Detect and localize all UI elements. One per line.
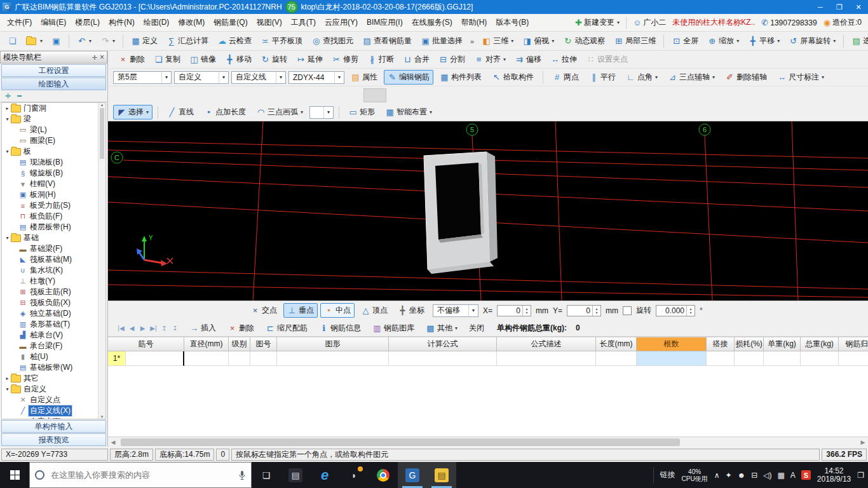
insert-row-button[interactable]: →插入 [186,321,220,336]
app-glodon[interactable]: G [398,462,427,488]
screen-rotate-button[interactable]: ↺屏幕旋转▾ [785,34,839,48]
first-row-button[interactable]: |◀ [116,325,126,332]
close-button[interactable]: ✕ [849,0,868,14]
arc-tool-button[interactable]: ◠三点画弧▾ [252,105,307,119]
delete-button[interactable]: ×删除 [114,52,149,67]
split-button[interactable]: ⊟分割 [435,52,469,67]
zoom-arrow[interactable]: ▾ [736,38,739,44]
minimize-button[interactable]: ─ [811,0,830,14]
define-button[interactable]: ▦定义 [127,34,161,48]
expander-icon[interactable]: ▾ [4,116,11,122]
action-center-icon[interactable]: ❐ [857,471,864,480]
task-view[interactable]: ❏ [252,462,281,488]
dimension-button[interactable]: ↔尺寸标注▾ [773,70,828,85]
dimension-arrow[interactable]: ▾ [822,74,824,80]
arc-mode-combo[interactable]: ▾ [309,106,334,119]
save-file-button[interactable]: ▣ [48,34,65,48]
rect-tool-button[interactable]: ▭矩形 [344,105,379,119]
pan-button[interactable]: ╋平移▾ [744,34,783,48]
menu-item[interactable]: 工具(T) [287,14,320,31]
screen-rotate-arrow[interactable]: ▾ [833,38,836,44]
delete-aux-axis-button[interactable]: ✐删除辅轴 [721,70,771,85]
tree-scrollbar[interactable]: ▲ ▼ [98,103,105,419]
category-combo[interactable]: 自定义▾ [174,71,229,84]
vertex-snap-button[interactable]: △顶点 [357,303,391,318]
pan-arrow[interactable]: ▾ [777,38,780,44]
component-combo-arrow[interactable]: ▾ [334,72,344,83]
x-offset-arrows[interactable]: ▲▼ [522,306,531,316]
tree-item[interactable]: ▬基础梁(F) [2,243,105,254]
set-grips-button[interactable]: ∷设置夹点 [582,52,632,67]
tree-item[interactable]: ▸门窗洞 [2,103,105,114]
phone-contact[interactable]: ✆ 13907298339 [761,18,817,27]
tree-item[interactable]: ▣板洞(H) [2,189,105,200]
app-qq[interactable]: ◗ [339,462,369,488]
tree-item[interactable]: ◣筏板基础(M) [2,254,105,265]
maximize-button[interactable]: ❐ [830,0,849,14]
menu-item[interactable]: 编辑(E) [36,14,71,31]
tree-item[interactable]: ▱自定义面 [2,416,105,419]
spin-down-icon[interactable]: ▼ [689,311,693,315]
floor-combo-arrow[interactable]: ▾ [161,72,171,83]
copy-button[interactable]: ❏复制 [150,52,184,67]
menu-item[interactable]: 构件(N) [104,14,139,31]
menu-item[interactable]: 楼层(L) [71,14,104,31]
collapse-all-icon[interactable]: ━ [17,92,22,100]
redo-button[interactable]: ↷▾ [97,34,119,48]
y-offset-spinner[interactable]: 0 ▲▼ [567,305,601,316]
menu-item[interactable]: 修改(M) [173,14,209,31]
orbit-button[interactable]: ↻动态观察 [559,34,609,48]
tree-item[interactable]: ▾板 [2,146,105,157]
table-cell[interactable] [497,351,596,366]
tree-item[interactable]: ≡板受力筋(S) [2,200,105,211]
coordinate-snap-button[interactable]: ╋坐标 [394,303,428,318]
offset-combo[interactable]: 不偏移 ▾ [433,304,478,317]
close-editor-button[interactable]: 关闭 [465,321,488,336]
menu-item[interactable]: 云应用(Y) [320,14,362,31]
table-cell[interactable] [707,351,735,366]
tree-item[interactable]: ▥条形基础(T) [2,319,105,330]
spin-down-icon[interactable]: ▼ [595,311,599,315]
tree-item[interactable]: ▼柱帽(V) [2,179,105,189]
other-menu-arrow[interactable]: ▾ [455,325,458,331]
type-combo-arrow[interactable]: ▾ [276,72,285,83]
point-angle-axis-arrow[interactable]: ▾ [655,74,658,80]
floor-combo[interactable]: 第5层▾ [113,71,172,84]
assistant-button[interactable]: ☺ 广小二 [633,17,666,28]
local-3d-button[interactable]: ⊞局部三维 [610,34,660,48]
category-combo-arrow[interactable]: ▾ [219,72,228,83]
arc-mode-combo-arrow[interactable]: ▾ [323,107,333,118]
table-cell[interactable] [801,351,839,366]
menu-item[interactable]: 版本号(B) [491,14,533,31]
two-point-axis-button[interactable]: #两点 [548,70,583,85]
tree-item[interactable]: ▭梁(L) [2,125,105,135]
move-row-down-button[interactable]: ↧ [170,325,180,332]
view-3d-arrow[interactable]: ▾ [511,38,513,44]
find-element-button[interactable]: ◎查找图元 [308,34,357,48]
tree-item[interactable]: ⊓板负筋(F) [2,211,105,222]
tree-item[interactable]: ▾基础 [2,233,105,243]
table-cell[interactable] [389,351,497,366]
expand-all-icon[interactable]: ✛ [5,92,11,100]
tree-item[interactable]: ⊟筏板负筋(X) [2,297,105,308]
tree-item[interactable]: ✕自定义点 [2,395,105,405]
mirror-button[interactable]: ◫镜像 [186,52,220,67]
tree-item[interactable]: ▸其它 [2,373,105,384]
prev-row-button[interactable]: ◀ [126,325,137,332]
cpu-usage-widget[interactable]: 40% CPU使用 [682,468,708,482]
select-tool-button[interactable]: ◤选择▾ [113,105,153,119]
panel-close-icon[interactable]: × [100,53,104,62]
app-notes[interactable]: ▤ [427,462,456,488]
scale-rebar-button[interactable]: ⊏缩尺配筋 [262,321,311,336]
toolbar-overflow-chevron[interactable]: » [470,37,474,45]
properties-button[interactable]: ▤属性 [347,70,381,85]
bean-counter[interactable]: ◉ 造价豆:0 [824,17,862,28]
tree-item[interactable]: ⊥柱墩(Y) [2,276,105,287]
table-cell[interactable] [839,351,868,366]
hidden-icons-chevron[interactable]: ∧ [714,471,720,480]
table-cell[interactable] [596,351,637,366]
batch-select-button[interactable]: ▣批量选择 [417,34,466,48]
tree-item[interactable]: ╱自定义线(X) [2,405,105,416]
component-combo[interactable]: ZDYX-44▾ [288,71,344,84]
full-extent-button[interactable]: ⊡全屏 [668,34,702,48]
